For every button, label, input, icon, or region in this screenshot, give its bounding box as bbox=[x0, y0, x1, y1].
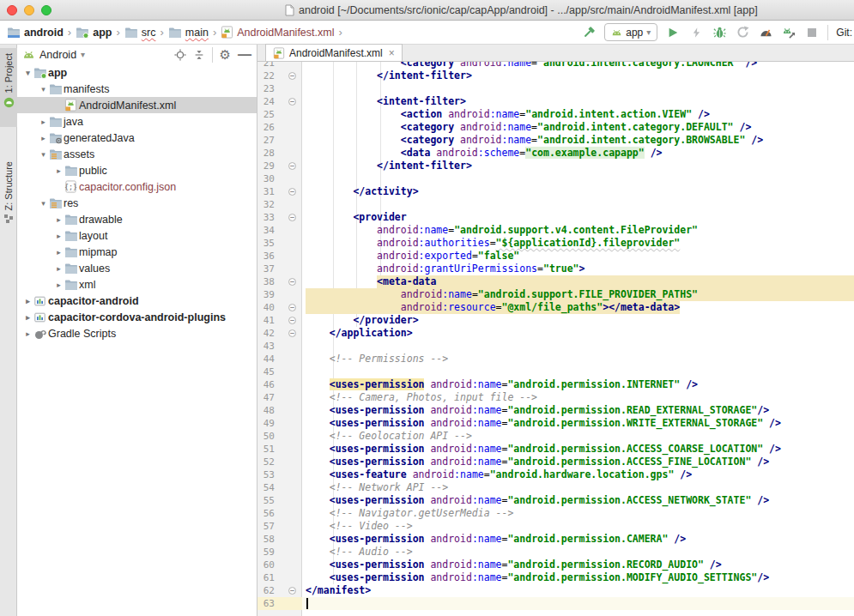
editor-tab-androidmanifest[interactable]: AndroidManifest.xml × bbox=[265, 44, 403, 61]
code-line-62[interactable]: 62−</manifest> bbox=[257, 584, 854, 597]
run-icon[interactable] bbox=[665, 25, 681, 40]
close-icon[interactable]: × bbox=[389, 47, 395, 59]
code-line-44[interactable]: 44 <!-- Permissions --> bbox=[257, 353, 854, 365]
code-line-40[interactable]: 40− android:resource="@xml/file_paths"><… bbox=[257, 301, 854, 314]
minimize-window-button[interactable] bbox=[24, 5, 34, 15]
profiler-icon[interactable] bbox=[758, 25, 773, 40]
code-line-41[interactable]: 41− </provider> bbox=[257, 314, 854, 327]
code-line-34[interactable]: 34 android:name="android.support.v4.cont… bbox=[257, 224, 854, 237]
tool-window-tab-project[interactable]: 1: Project bbox=[0, 48, 17, 127]
fold-marker-icon[interactable]: − bbox=[288, 188, 296, 196]
code-line-57[interactable]: 57 <!-- Video --> bbox=[257, 520, 854, 533]
code-line-48[interactable]: 48 <uses-permission android:name="androi… bbox=[257, 404, 854, 417]
code-line-55[interactable]: 55 <uses-permission android:name="androi… bbox=[257, 494, 854, 507]
code-line-25[interactable]: 25 <action android:name="android.intent.… bbox=[257, 108, 854, 121]
breadcrumb-item-android[interactable]: android bbox=[7, 27, 64, 39]
git-widget[interactable]: Git: bbox=[836, 27, 852, 39]
fold-marker-icon[interactable]: − bbox=[288, 317, 296, 324]
tree-item-res[interactable]: ▾res bbox=[17, 195, 257, 211]
coverage-icon[interactable] bbox=[735, 25, 750, 40]
debug-icon[interactable] bbox=[712, 25, 727, 40]
settings-gear-icon[interactable]: ⚙ bbox=[220, 48, 231, 61]
tree-item-androidmanifest-xml[interactable]: AndroidManifest.xml bbox=[17, 97, 257, 113]
tree-collapsed-arrow-icon[interactable]: ▸ bbox=[53, 264, 64, 273]
fold-marker-icon[interactable]: − bbox=[288, 72, 296, 80]
tree-item-mipmap[interactable]: ▸mipmap bbox=[17, 244, 257, 260]
stop-icon[interactable] bbox=[804, 25, 820, 40]
tree-expanded-arrow-icon[interactable]: ▾ bbox=[22, 69, 33, 77]
tree-collapsed-arrow-icon[interactable]: ▸ bbox=[53, 166, 64, 175]
code-line-51[interactable]: 51 <uses-permission android:name="androi… bbox=[257, 443, 854, 456]
code-line-59[interactable]: 59 <!-- Audio --> bbox=[257, 546, 854, 559]
tree-collapsed-arrow-icon[interactable]: ▸ bbox=[22, 313, 33, 322]
fold-marker-icon[interactable]: − bbox=[288, 587, 296, 595]
code-line-22[interactable]: 22− </intent-filter> bbox=[257, 69, 854, 82]
tree-item-layout[interactable]: ▸layout bbox=[17, 227, 257, 244]
tree-item-values[interactable]: ▸values bbox=[17, 260, 257, 276]
code-line-58[interactable]: 58 <uses-permission android:name="androi… bbox=[257, 533, 854, 546]
maximize-window-button[interactable] bbox=[41, 5, 51, 15]
tree-collapsed-arrow-icon[interactable]: ▸ bbox=[53, 281, 64, 289]
tree-collapsed-arrow-icon[interactable]: ▸ bbox=[53, 232, 64, 240]
code-line-47[interactable]: 47 <!-- Camera, Photos, input file --> bbox=[257, 391, 854, 404]
fold-marker-icon[interactable]: − bbox=[288, 214, 296, 221]
code-line-46[interactable]: 46 <uses-permission android:name="androi… bbox=[257, 378, 854, 391]
fold-marker-icon[interactable]: − bbox=[288, 278, 296, 286]
tree-collapsed-arrow-icon[interactable]: ▸ bbox=[38, 134, 49, 142]
breadcrumb-item-src[interactable]: src bbox=[124, 27, 156, 39]
code-line-32[interactable]: 32 bbox=[257, 198, 854, 211]
editor[interactable]: 21 <category android:name="android.inten… bbox=[257, 45, 854, 616]
tree-item-gradle-scripts[interactable]: ▸Gradle Scripts bbox=[17, 325, 257, 341]
tree-item-capacitor-config-json[interactable]: {;}capacitor.config.json bbox=[17, 178, 257, 195]
tree-collapsed-arrow-icon[interactable]: ▸ bbox=[38, 118, 49, 126]
code-line-54[interactable]: 54 <!-- Network API --> bbox=[257, 481, 854, 494]
code-line-60[interactable]: 60 <uses-permission android:name="androi… bbox=[257, 559, 854, 571]
tree-expanded-arrow-icon[interactable]: ▾ bbox=[38, 199, 49, 208]
code-line-28[interactable]: 28 <data android:scheme="com.example.cap… bbox=[257, 147, 854, 160]
code-line-50[interactable]: 50 <!-- Geolocation API --> bbox=[257, 430, 854, 443]
tree-collapsed-arrow-icon[interactable]: ▸ bbox=[53, 248, 64, 257]
locate-icon[interactable] bbox=[174, 49, 186, 61]
fold-marker-icon[interactable]: − bbox=[288, 304, 296, 311]
code-line-49[interactable]: 49 <uses-permission android:name="androi… bbox=[257, 417, 854, 430]
fold-marker-icon[interactable]: − bbox=[288, 329, 296, 337]
code-line-43[interactable]: 43 bbox=[257, 340, 854, 353]
tree-collapsed-arrow-icon[interactable]: ▸ bbox=[22, 329, 33, 338]
breadcrumb-item-androidmanifest-xml[interactable]: AndroidManifest.xml bbox=[221, 26, 334, 39]
code-line-37[interactable]: 37 android:grantUriPermissions="true"> bbox=[257, 263, 854, 275]
tree-item-public[interactable]: ▸public bbox=[17, 162, 257, 178]
apply-changes-icon[interactable] bbox=[688, 25, 704, 40]
tree-expanded-arrow-icon[interactable]: ▾ bbox=[38, 150, 49, 159]
code-line-39[interactable]: 39 android:name="android.support.FILE_PR… bbox=[257, 288, 854, 301]
breadcrumb-item-main[interactable]: main bbox=[168, 27, 209, 39]
code-line-42[interactable]: 42− </application> bbox=[257, 327, 854, 340]
code-line-24[interactable]: 24− <intent-filter> bbox=[257, 95, 854, 108]
tree-collapsed-arrow-icon[interactable]: ▸ bbox=[22, 297, 33, 305]
tree-item-assets[interactable]: ▾assets bbox=[17, 146, 257, 162]
code-line-63[interactable]: 63 bbox=[257, 597, 854, 610]
code-line-52[interactable]: 52 <uses-permission android:name="androi… bbox=[257, 456, 854, 468]
tree-item-capacitor-android[interactable]: ▸capacitor-android bbox=[17, 293, 257, 309]
attach-debugger-icon[interactable] bbox=[781, 25, 796, 40]
hide-panel-icon[interactable]: — bbox=[238, 47, 251, 63]
tree-item-app[interactable]: ▾app bbox=[17, 64, 257, 81]
breadcrumb-item-app[interactable]: app bbox=[76, 27, 112, 39]
close-window-button[interactable] bbox=[7, 5, 17, 15]
tool-window-tab-structure[interactable]: Z: Structure bbox=[0, 156, 17, 242]
code-line-45[interactable]: 45 bbox=[257, 365, 854, 378]
code-line-61[interactable]: 61 <uses-permission android:name="androi… bbox=[257, 571, 854, 584]
build-hammer-icon[interactable] bbox=[581, 25, 597, 40]
code-line-33[interactable]: 33− <provider bbox=[257, 211, 854, 224]
tree-item-manifests[interactable]: ▾manifests bbox=[17, 81, 257, 97]
tree-item-generatedjava[interactable]: ▸generatedJava bbox=[17, 130, 257, 146]
code-line-23[interactable]: 23 bbox=[257, 82, 854, 95]
run-configuration-select[interactable]: app ▾ bbox=[604, 23, 657, 41]
code-line-35[interactable]: 35 android:authorities="${applicationId}… bbox=[257, 237, 854, 250]
code-line-26[interactable]: 26 <category android:name="android.inten… bbox=[257, 121, 854, 134]
tree-item-xml[interactable]: ▸xml bbox=[17, 276, 257, 293]
code-line-53[interactable]: 53 <uses-feature android:name="android.h… bbox=[257, 468, 854, 481]
fold-marker-icon[interactable]: − bbox=[288, 98, 296, 106]
code-line-38[interactable]: 38− <meta-data bbox=[257, 275, 854, 288]
code-line-29[interactable]: 29− </intent-filter> bbox=[257, 160, 854, 172]
tree-item-capacitor-cordova-android-plugins[interactable]: ▸capacitor-cordova-android-plugins bbox=[17, 309, 257, 325]
